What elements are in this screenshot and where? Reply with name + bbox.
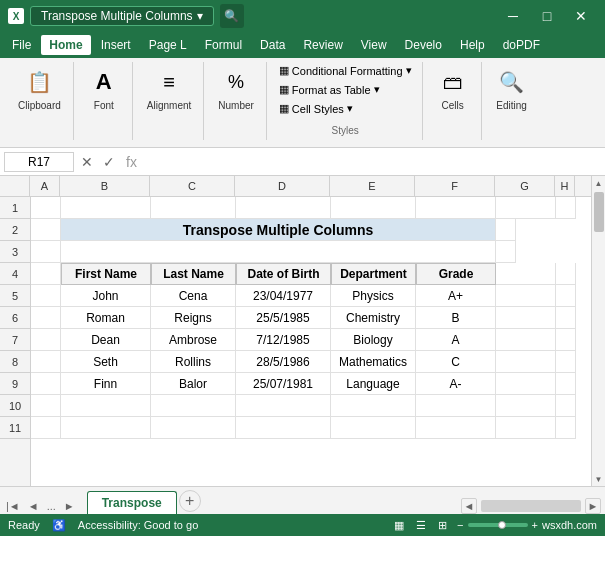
cell-C7[interactable]: Ambrose: [151, 329, 236, 351]
h-scroll-thumb[interactable]: [481, 500, 581, 512]
row-4[interactable]: 4: [0, 263, 30, 285]
row-8[interactable]: 8: [0, 351, 30, 373]
cell-H11[interactable]: [556, 417, 576, 439]
cell-G8[interactable]: [496, 351, 556, 373]
cell-A3[interactable]: [31, 241, 61, 263]
sheet-nav-first[interactable]: |◄: [4, 498, 22, 514]
cell-H1[interactable]: [556, 197, 576, 219]
menu-dopdf[interactable]: doPDF: [495, 35, 548, 55]
cell-H9[interactable]: [556, 373, 576, 395]
row-7[interactable]: 7: [0, 329, 30, 351]
cell-A7[interactable]: [31, 329, 61, 351]
cell-H5[interactable]: [556, 285, 576, 307]
menu-review[interactable]: Review: [295, 35, 350, 55]
cell-C4-header[interactable]: Last Name: [151, 263, 236, 285]
close-button[interactable]: ✕: [565, 6, 597, 26]
view-page-break-btn[interactable]: ⊞: [436, 517, 449, 534]
row-10[interactable]: 10: [0, 395, 30, 417]
cell-A9[interactable]: [31, 373, 61, 395]
cell-F1[interactable]: [416, 197, 496, 219]
cell-H2[interactable]: [496, 219, 516, 241]
menu-insert[interactable]: Insert: [93, 35, 139, 55]
cell-F4-header[interactable]: Grade: [416, 263, 496, 285]
cell-G9[interactable]: [496, 373, 556, 395]
cell-H7[interactable]: [556, 329, 576, 351]
format-as-table-button[interactable]: ▦ Format as Table ▾: [275, 81, 416, 98]
cell-F6[interactable]: B: [416, 307, 496, 329]
cell-B5[interactable]: John: [61, 285, 151, 307]
cell-reference-input[interactable]: [4, 152, 74, 172]
cell-G10[interactable]: [496, 395, 556, 417]
cell-E8[interactable]: Mathematics: [331, 351, 416, 373]
cell-A2[interactable]: [31, 219, 61, 241]
menu-data[interactable]: Data: [252, 35, 293, 55]
menu-file[interactable]: File: [4, 35, 39, 55]
cell-G1[interactable]: [496, 197, 556, 219]
cell-D11[interactable]: [236, 417, 331, 439]
menu-formulas[interactable]: Formul: [197, 35, 250, 55]
menu-developer[interactable]: Develo: [397, 35, 450, 55]
cell-F7[interactable]: A: [416, 329, 496, 351]
cell-H8[interactable]: [556, 351, 576, 373]
cell-B8[interactable]: Seth: [61, 351, 151, 373]
conditional-formatting-button[interactable]: ▦ Conditional Formatting ▾: [275, 62, 416, 79]
menu-view[interactable]: View: [353, 35, 395, 55]
cell-D10[interactable]: [236, 395, 331, 417]
cell-H10[interactable]: [556, 395, 576, 417]
h-scroll-left[interactable]: ◄: [461, 498, 477, 514]
view-normal-btn[interactable]: ▦: [392, 517, 406, 534]
menu-page-layout[interactable]: Page L: [141, 35, 195, 55]
scroll-up-button[interactable]: ▲: [592, 176, 606, 190]
alignment-button[interactable]: ≡ Alignment: [141, 62, 197, 115]
cell-A1[interactable]: [31, 197, 61, 219]
cell-G4[interactable]: [496, 263, 556, 285]
cell-F11[interactable]: [416, 417, 496, 439]
cell-styles-button[interactable]: ▦ Cell Styles ▾: [275, 100, 416, 117]
cell-F8[interactable]: C: [416, 351, 496, 373]
maximize-button[interactable]: □: [531, 6, 563, 26]
zoom-handle[interactable]: [498, 521, 506, 529]
cell-B6[interactable]: Roman: [61, 307, 151, 329]
scroll-track[interactable]: [592, 190, 606, 472]
cell-D8[interactable]: 28/5/1986: [236, 351, 331, 373]
col-header-B[interactable]: B: [60, 176, 150, 196]
cell-F10[interactable]: [416, 395, 496, 417]
cell-H3[interactable]: [496, 241, 516, 263]
cell-C8[interactable]: Rollins: [151, 351, 236, 373]
cell-B1[interactable]: [61, 197, 151, 219]
cell-B7[interactable]: Dean: [61, 329, 151, 351]
editing-button[interactable]: 🔍 Editing: [490, 62, 534, 115]
cell-C6[interactable]: Reigns: [151, 307, 236, 329]
add-sheet-button[interactable]: +: [179, 490, 201, 512]
cell-A11[interactable]: [31, 417, 61, 439]
formula-input[interactable]: [145, 153, 601, 171]
sheet-nav-next[interactable]: ►: [62, 498, 77, 514]
cell-A5[interactable]: [31, 285, 61, 307]
cell-F5[interactable]: A+: [416, 285, 496, 307]
h-scroll-right[interactable]: ►: [585, 498, 601, 514]
cell-E11[interactable]: [331, 417, 416, 439]
formula-ok-icon[interactable]: ✓: [100, 154, 118, 170]
cell-E7[interactable]: Biology: [331, 329, 416, 351]
cell-E9[interactable]: Language: [331, 373, 416, 395]
minimize-button[interactable]: ─: [497, 6, 529, 26]
col-header-A[interactable]: A: [30, 176, 60, 196]
cell-E1[interactable]: [331, 197, 416, 219]
cell-C10[interactable]: [151, 395, 236, 417]
cell-B11[interactable]: [61, 417, 151, 439]
cell-A6[interactable]: [31, 307, 61, 329]
row-5[interactable]: 5: [0, 285, 30, 307]
cell-E10[interactable]: [331, 395, 416, 417]
horizontal-scroll[interactable]: ◄ ►: [461, 498, 601, 514]
cell-C1[interactable]: [151, 197, 236, 219]
cell-B4-header[interactable]: First Name: [61, 263, 151, 285]
vertical-scrollbar[interactable]: ▲ ▼: [591, 176, 605, 486]
zoom-slider[interactable]: − + wsxdh.com: [457, 519, 597, 531]
cell-D6[interactable]: 25/5/1985: [236, 307, 331, 329]
cell-B9[interactable]: Finn: [61, 373, 151, 395]
col-header-C[interactable]: C: [150, 176, 235, 196]
cell-C9[interactable]: Balor: [151, 373, 236, 395]
cell-B3[interactable]: [61, 241, 496, 263]
cell-G7[interactable]: [496, 329, 556, 351]
scroll-down-button[interactable]: ▼: [592, 472, 606, 486]
